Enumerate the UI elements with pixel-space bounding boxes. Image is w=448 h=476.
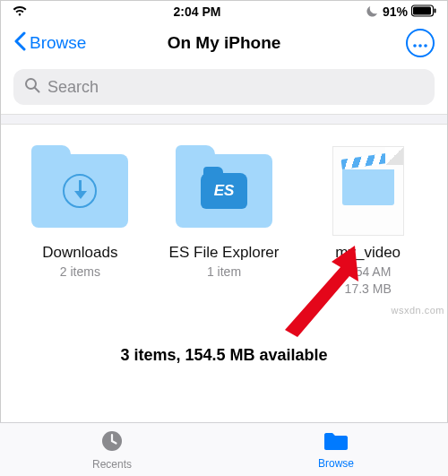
item-meta: 3:54 AM: [345, 264, 391, 281]
item-name: Downloads: [42, 243, 117, 262]
storage-summary: 3 items, 154.5 MB available: [1, 308, 447, 381]
section-divider: [1, 114, 447, 125]
es-app-icon: ES: [201, 173, 247, 209]
page-title: On My iPhone: [168, 33, 281, 53]
folder-icon: [323, 429, 349, 455]
folder-downloads[interactable]: Downloads 2 items: [19, 146, 142, 298]
tab-bar: Recents Browse: [0, 422, 448, 476]
file-grid: Downloads 2 items ES ES File Explorer 1 …: [1, 125, 447, 308]
status-time: 2:04 PM: [174, 4, 221, 19]
tab-label: Browse: [318, 457, 354, 470]
folder-es-file-explorer[interactable]: ES ES File Explorer 1 item: [163, 146, 286, 298]
battery-icon: [411, 4, 436, 20]
ellipsis-icon: [413, 35, 427, 51]
folder-icon: [31, 154, 128, 228]
item-name: ES File Explorer: [169, 243, 280, 262]
battery-percent: 91%: [383, 4, 408, 19]
svg-line-7: [35, 88, 39, 92]
wifi-icon: [12, 4, 28, 20]
back-button[interactable]: Browse: [13, 31, 86, 56]
item-meta: 2 items: [60, 264, 100, 281]
search-input[interactable]: [47, 78, 424, 97]
video-file-icon: [332, 146, 404, 236]
search-bar[interactable]: [13, 69, 435, 105]
tab-label: Recents: [92, 458, 132, 471]
file-my-video[interactable]: my_video 3:54 AM 17.3 MB: [306, 146, 429, 298]
clock-icon: [99, 428, 125, 456]
svg-rect-2: [434, 8, 435, 13]
folder-icon: ES: [176, 154, 272, 228]
svg-rect-1: [413, 6, 431, 14]
back-label: Browse: [30, 33, 86, 53]
nav-bar: Browse On My iPhone: [1, 22, 447, 64]
tab-recents[interactable]: Recents: [0, 423, 224, 476]
item-meta-2: 17.3 MB: [345, 281, 392, 298]
svg-point-4: [418, 44, 422, 48]
moon-icon: [366, 4, 379, 20]
watermark: wsxdn.com: [391, 305, 444, 316]
chevron-left-icon: [13, 31, 26, 56]
item-name: my_video: [335, 243, 401, 262]
search-icon: [24, 77, 40, 98]
more-button[interactable]: [406, 29, 435, 57]
tab-browse[interactable]: Browse: [224, 423, 448, 476]
item-meta: 1 item: [207, 264, 241, 281]
status-bar: 2:04 PM 91%: [1, 1, 447, 22]
svg-point-3: [413, 44, 417, 48]
svg-point-5: [424, 44, 427, 48]
